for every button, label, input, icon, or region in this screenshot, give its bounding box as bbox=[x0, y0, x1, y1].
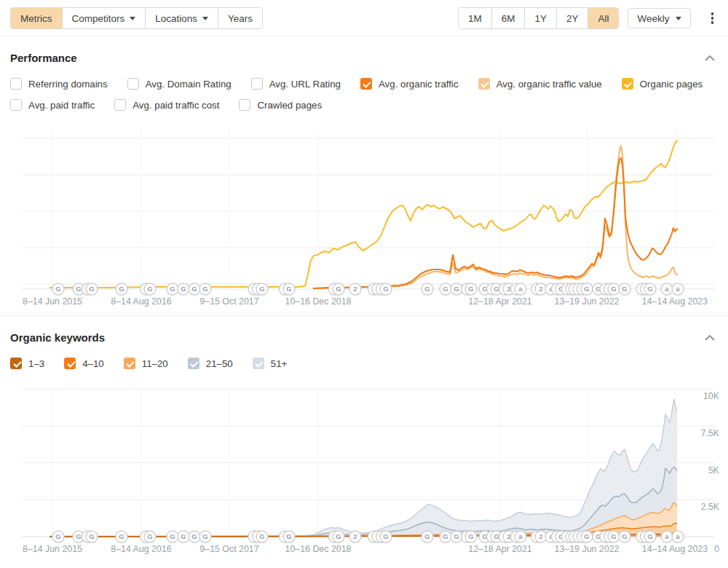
google-update-marker[interactable]: a bbox=[672, 531, 684, 543]
google-update-marker[interactable]: G bbox=[619, 283, 630, 295]
google-update-marker[interactable]: G bbox=[52, 283, 64, 295]
checkbox-label: 1–3 bbox=[28, 358, 44, 369]
performance-chart[interactable]: GGGGGGGGGGGG2GGGGGGG2a2aGGGGGGGaa8–14 Ju… bbox=[0, 118, 728, 314]
google-update-marker[interactable]: G bbox=[189, 283, 200, 295]
svg-text:G: G bbox=[424, 532, 430, 540]
google-update-marker[interactable]: G bbox=[440, 531, 451, 543]
x-axis-label: 13–19 Jun 2022 bbox=[555, 544, 620, 554]
toolbar-button-competitors[interactable]: Competitors bbox=[63, 8, 146, 28]
keyword-range-checkbox-4-10[interactable]: 4–10 bbox=[64, 358, 104, 369]
range-button-2y[interactable]: 2Y bbox=[557, 8, 589, 28]
metric-checkbox-crawled-pages[interactable]: Crawled pages bbox=[239, 99, 322, 111]
google-update-marker[interactable]: G bbox=[189, 531, 200, 543]
google-update-marker[interactable]: G bbox=[422, 531, 433, 543]
google-update-marker[interactable]: G bbox=[619, 531, 630, 543]
google-update-marker[interactable]: 2 bbox=[531, 531, 547, 543]
metric-checkbox-avg-domain-rating[interactable]: Avg. Domain Rating bbox=[127, 78, 232, 90]
metric-checkbox-referring-domains[interactable]: Referring domains bbox=[10, 78, 108, 90]
svg-text:G: G bbox=[286, 285, 291, 293]
range-button-1y[interactable]: 1Y bbox=[525, 8, 557, 28]
google-update-marker[interactable]: G bbox=[569, 283, 593, 295]
google-update-marker[interactable]: G bbox=[116, 283, 127, 295]
google-update-marker[interactable]: G bbox=[141, 283, 157, 295]
metric-checkbox-avg-url-rating[interactable]: Avg. URL Rating bbox=[251, 78, 341, 90]
google-update-marker[interactable]: G bbox=[178, 531, 189, 543]
range-button-group: 1M6M1Y2YAll bbox=[458, 7, 620, 29]
google-update-marker[interactable]: G bbox=[636, 531, 656, 543]
google-update-marker[interactable]: G bbox=[422, 283, 433, 295]
google-update-marker[interactable]: 2 bbox=[349, 531, 361, 543]
google-update-marker[interactable]: G bbox=[116, 531, 127, 543]
svg-text:G: G bbox=[259, 285, 264, 293]
google-update-marker[interactable]: G bbox=[462, 531, 478, 543]
google-update-marker[interactable]: G bbox=[329, 283, 345, 295]
google-update-marker[interactable]: a bbox=[672, 283, 684, 295]
metric-checkbox-avg-organic-traffic-value[interactable]: Avg. organic traffic value bbox=[478, 78, 602, 90]
google-update-marker[interactable]: G bbox=[451, 531, 462, 543]
google-update-marker[interactable]: G bbox=[600, 283, 620, 295]
svg-text:G: G bbox=[170, 532, 175, 540]
metric-checkbox-avg-paid-traffic-cost[interactable]: Avg. paid traffic cost bbox=[114, 99, 219, 111]
google-update-marker[interactable]: G bbox=[52, 531, 64, 543]
range-button-1m[interactable]: 1M bbox=[459, 8, 492, 28]
google-update-marker[interactable]: G bbox=[248, 531, 268, 543]
toolbar-button-metrics[interactable]: Metrics bbox=[11, 8, 63, 28]
range-button-6m[interactable]: 6M bbox=[492, 8, 526, 28]
google-update-marker[interactable]: G bbox=[280, 531, 296, 543]
google-update-marker[interactable]: G bbox=[178, 283, 189, 295]
y-axis-label: 0 bbox=[714, 544, 719, 554]
performance-chart-canvas[interactable]: GGGGGGGGGGGG2GGGGGGG2a2aGGGGGGGaa8–14 Ju… bbox=[0, 118, 728, 311]
svg-text:G: G bbox=[119, 532, 124, 540]
keyword-range-checkbox-11-20[interactable]: 11–20 bbox=[124, 358, 168, 369]
x-axis-label: 10–16 Dec 2018 bbox=[285, 296, 352, 307]
google-update-marker[interactable]: 2 bbox=[349, 283, 361, 295]
google-update-marker[interactable]: a bbox=[661, 283, 673, 295]
toolbar-button-locations[interactable]: Locations bbox=[146, 8, 218, 28]
metric-checkbox-avg-organic-traffic[interactable]: Avg. organic traffic bbox=[360, 78, 459, 90]
svg-text:G: G bbox=[89, 532, 94, 540]
google-update-marker[interactable]: G bbox=[451, 283, 462, 295]
google-update-marker[interactable]: a bbox=[661, 531, 673, 543]
google-update-marker[interactable]: G bbox=[636, 283, 656, 295]
google-update-marker[interactable]: G bbox=[440, 283, 451, 295]
chevron-up-icon bbox=[705, 335, 715, 341]
organic-keywords-chart[interactable]: 10K7.5K5K2.5K0GGGGGGGGGGGG2GGGGGGG2a2aGG… bbox=[0, 376, 728, 563]
kebab-menu-button[interactable] bbox=[707, 9, 719, 27]
google-update-marker[interactable]: G bbox=[368, 283, 392, 295]
range-button-all[interactable]: All bbox=[588, 8, 618, 28]
metric-checkbox-avg-paid-traffic[interactable]: Avg. paid traffic bbox=[10, 99, 95, 111]
button-label: Locations bbox=[155, 13, 197, 24]
x-axis-label: 8–14 Jun 2015 bbox=[23, 296, 82, 307]
keyword-range-checkbox-1-3[interactable]: 1–3 bbox=[10, 358, 44, 369]
google-update-marker[interactable]: a bbox=[511, 531, 527, 543]
toolbar-button-years[interactable]: Years bbox=[218, 8, 262, 28]
google-update-marker[interactable]: G bbox=[199, 283, 211, 295]
google-update-marker[interactable]: G bbox=[462, 283, 478, 295]
google-update-marker[interactable]: a bbox=[511, 283, 527, 295]
button-label: Metrics bbox=[20, 13, 52, 24]
collapse-organic-keywords-button[interactable] bbox=[702, 329, 718, 345]
google-update-marker[interactable]: G bbox=[368, 531, 392, 543]
keyword-range-checkbox-51+[interactable]: 51+ bbox=[253, 358, 288, 369]
organic-keywords-chart-canvas[interactable]: 10K7.5K5K2.5K0GGGGGGGGGGGG2GGGGGGG2a2aGG… bbox=[0, 376, 728, 560]
keyword-range-checkbox-21-50[interactable]: 21–50 bbox=[188, 358, 233, 369]
checkbox-checked-icon bbox=[360, 78, 372, 90]
google-update-marker[interactable]: G bbox=[248, 283, 268, 295]
keyword-ranges-row: 1–34–1011–2021–5051+ bbox=[10, 358, 718, 369]
google-update-marker[interactable]: G bbox=[329, 531, 345, 543]
google-update-marker[interactable]: G bbox=[167, 531, 178, 543]
google-update-marker[interactable]: 2 bbox=[531, 283, 547, 295]
google-update-marker[interactable]: G bbox=[167, 283, 178, 295]
google-update-marker[interactable]: G bbox=[569, 531, 593, 543]
metric-checkbox-organic-pages[interactable]: Organic pages bbox=[622, 78, 703, 90]
google-update-marker[interactable]: G bbox=[141, 531, 157, 543]
google-update-marker[interactable]: G bbox=[280, 283, 296, 295]
google-update-marker[interactable]: G bbox=[199, 531, 211, 543]
google-update-marker[interactable]: G bbox=[600, 531, 620, 543]
google-update-marker[interactable]: G bbox=[82, 283, 98, 295]
interval-dropdown[interactable]: Weekly bbox=[628, 8, 690, 28]
google-update-marker[interactable]: G bbox=[82, 531, 98, 543]
collapse-performance-button[interactable] bbox=[702, 50, 718, 66]
x-axis-label: 10–16 Dec 2018 bbox=[285, 544, 352, 554]
svg-text:G: G bbox=[336, 285, 341, 293]
